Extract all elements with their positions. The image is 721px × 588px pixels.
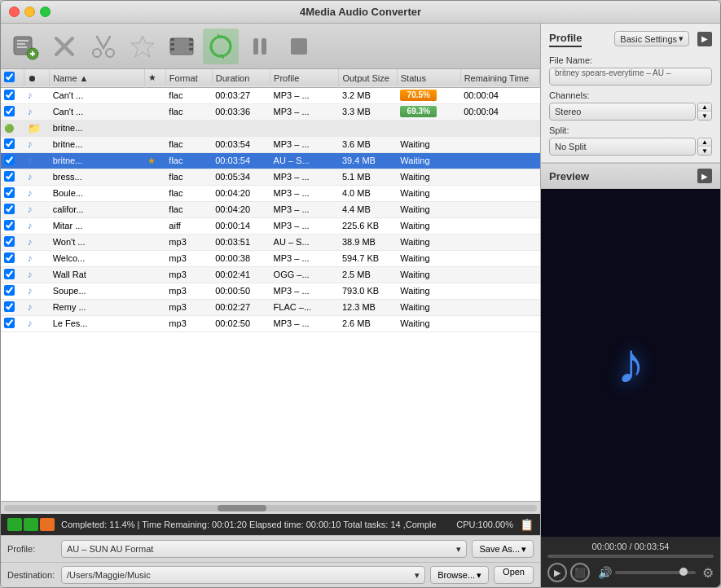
file-list[interactable]: ⏺ Name ▲ ★ Format Duration Profile Outpu… xyxy=(1,69,540,501)
preview-settings-gear[interactable]: ⚙ xyxy=(702,565,714,581)
playback-progress-track[interactable] xyxy=(547,555,714,558)
row-format: mp3 xyxy=(165,315,212,331)
pause-button[interactable] xyxy=(242,29,278,64)
table-row[interactable]: ♪britne...flac00:03:54MP3 – ...3.6 MBWai… xyxy=(1,136,540,152)
table-row[interactable]: ♪califor...flac00:04:20MP3 – ...4.4 MBWa… xyxy=(1,201,540,217)
header-name[interactable]: Name ▲ xyxy=(50,69,145,87)
row-output-size: 4.4 MB xyxy=(339,201,397,217)
preview-expand-button[interactable]: ▶ xyxy=(697,169,712,183)
row-profile: MP3 – ... xyxy=(270,217,339,234)
row-icon-cell: ♪ xyxy=(24,136,50,152)
row-checkbox[interactable] xyxy=(4,138,15,149)
row-checkbox[interactable] xyxy=(4,106,15,116)
row-checkbox[interactable] xyxy=(4,220,15,230)
row-duration: 00:02:41 xyxy=(212,266,270,283)
scroll-thumb[interactable] xyxy=(218,505,266,511)
table-row[interactable]: ♪Soupe...mp300:00:50MP3 – ...793.0 KBWai… xyxy=(1,283,540,299)
row-output-size: 3.3 MB xyxy=(339,103,397,120)
channels-stepper[interactable]: ▲ ▼ xyxy=(697,103,712,121)
basic-settings-button[interactable]: Basic Settings ▾ xyxy=(614,31,689,46)
table-row[interactable]: ♪bress...flac00:05:34MP3 – ...5.1 MBWait… xyxy=(1,169,540,185)
table-row[interactable]: 🟢📁britne... xyxy=(1,120,540,136)
split-up[interactable]: ▲ xyxy=(698,138,711,147)
header-remaining[interactable]: Remaining Time xyxy=(460,69,539,87)
row-format: mp3 xyxy=(165,299,212,315)
channels-down[interactable]: ▼ xyxy=(698,112,711,120)
preview-section: Preview ▶ ♪ 00:00:00 / 00:03:54 ▶ ⬛ � xyxy=(541,163,720,587)
header-format[interactable]: Format xyxy=(165,69,212,87)
open-button[interactable]: Open xyxy=(494,566,534,584)
table-row[interactable]: ♪Le Fes...mp300:02:50MP3 – ...2.6 MBWait… xyxy=(1,315,540,331)
row-format: mp3 xyxy=(165,266,212,283)
add-button[interactable] xyxy=(7,29,43,64)
destination-select[interactable]: /Users/Maggie/Music ▾ xyxy=(61,566,425,584)
channels-up[interactable]: ▲ xyxy=(698,103,711,112)
stop-button[interactable] xyxy=(281,29,317,64)
row-checkbox[interactable] xyxy=(4,204,15,214)
row-checkbox[interactable] xyxy=(4,236,15,247)
horizontal-scrollbar[interactable] xyxy=(1,501,540,514)
table-row[interactable]: ♪britne...★flac00:03:54AU – S...39.4 MBW… xyxy=(1,152,540,169)
header-output-size[interactable]: Output Size xyxy=(339,69,397,87)
split-down[interactable]: ▼ xyxy=(698,147,711,155)
split-stepper[interactable]: ▲ ▼ xyxy=(697,138,712,156)
channels-select[interactable]: Stereo xyxy=(549,103,696,121)
row-format xyxy=(165,120,212,136)
file-name-input[interactable]: britney spears-everytime – AU – xyxy=(549,68,712,86)
row-checkbox[interactable] xyxy=(4,155,15,165)
expand-button[interactable]: ▶ xyxy=(697,32,712,46)
cut-button[interactable] xyxy=(86,29,121,64)
table-row[interactable]: ♪Can't ...flac00:03:36MP3 – ...3.3 MB69.… xyxy=(1,103,540,120)
split-select[interactable]: No Split xyxy=(549,138,696,156)
header-icon: ⏺ xyxy=(24,69,50,87)
header-status[interactable]: Status xyxy=(397,69,460,87)
svg-rect-16 xyxy=(189,38,193,41)
row-favorite xyxy=(144,217,165,234)
header-profile[interactable]: Profile xyxy=(270,69,339,87)
row-checkbox[interactable] xyxy=(4,318,15,328)
row-favorite xyxy=(144,315,165,331)
row-checkbox[interactable] xyxy=(4,252,15,263)
select-all-checkbox[interactable] xyxy=(4,72,15,82)
row-status: Waiting xyxy=(397,169,460,185)
row-checkbox[interactable] xyxy=(4,301,15,312)
table-row[interactable]: ♪Won't ...mp300:03:51AU – S...38.9 MBWai… xyxy=(1,234,540,250)
row-checkbox[interactable] xyxy=(4,187,15,198)
maximize-button[interactable] xyxy=(40,7,51,17)
convert-button[interactable] xyxy=(203,29,239,64)
table-row[interactable]: ♪Mitar ...aiff00:00:14MP3 – ...225.6 KBW… xyxy=(1,217,540,234)
table-row[interactable]: ♪Can't ...flac00:03:27MP3 – ...3.2 MB70.… xyxy=(1,87,540,103)
log-icon[interactable]: 📋 xyxy=(520,518,534,531)
row-checkbox[interactable] xyxy=(4,285,15,296)
table-row[interactable]: ♪Remy ...mp300:02:27FLAC –...12.3 MBWait… xyxy=(1,299,540,315)
table-row[interactable]: ♪Welco...mp300:00:38MP3 – ...594.7 KBWai… xyxy=(1,250,540,266)
minimize-button[interactable] xyxy=(24,7,35,17)
volume-slider[interactable] xyxy=(615,571,696,574)
row-duration: 00:00:50 xyxy=(212,283,270,299)
stop-playback-button[interactable]: ⬛ xyxy=(570,563,590,582)
play-button[interactable]: ▶ xyxy=(547,563,567,582)
music-file-icon: ♪ xyxy=(28,187,33,199)
row-remaining-time xyxy=(460,120,539,136)
table-row[interactable]: ♪Boule...flac00:04:20MP3 – ...4.0 MBWait… xyxy=(1,185,540,201)
table-row[interactable]: ♪Wall Ratmp300:02:41OGG –...2.5 MBWaitin… xyxy=(1,266,540,283)
film-button[interactable] xyxy=(164,29,200,64)
browse-button[interactable]: Browse... ▾ xyxy=(430,566,489,584)
row-remaining-time xyxy=(460,136,539,152)
profile-select[interactable]: AU – SUN AU Format ▾ xyxy=(61,540,467,558)
row-output-size: 38.9 MB xyxy=(339,234,397,250)
row-name: Le Fes... xyxy=(50,315,145,331)
close-button[interactable] xyxy=(9,7,20,17)
row-checkbox[interactable] xyxy=(4,269,15,279)
row-checkbox[interactable] xyxy=(4,171,15,182)
row-name: Boule... xyxy=(50,185,145,201)
header-favorite[interactable]: ★ xyxy=(144,69,165,87)
profile-tab[interactable]: Profile xyxy=(549,30,582,47)
delete-button[interactable] xyxy=(46,29,82,64)
svg-rect-21 xyxy=(253,38,258,55)
save-as-button[interactable]: Save As... ▾ xyxy=(472,540,534,558)
row-output-size: 793.0 KB xyxy=(339,283,397,299)
header-duration[interactable]: Duration xyxy=(212,69,270,87)
favorite-button[interactable] xyxy=(125,29,160,64)
row-checkbox[interactable] xyxy=(4,90,15,100)
